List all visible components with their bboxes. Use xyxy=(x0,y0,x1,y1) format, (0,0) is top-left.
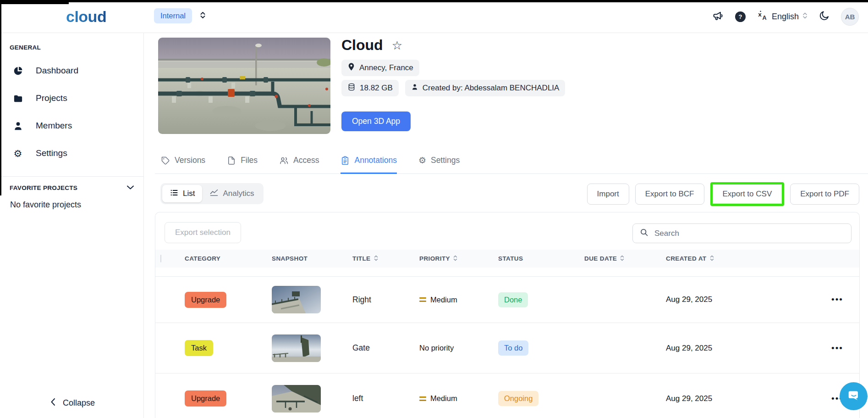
select-all-checkbox[interactable] xyxy=(160,255,161,262)
avatar: AB xyxy=(841,8,859,26)
workspace-badge[interactable]: Internal xyxy=(154,8,192,23)
tab-files[interactable]: Files xyxy=(227,151,258,174)
row-menu-button[interactable]: ••• xyxy=(831,343,843,353)
svg-text:A: A xyxy=(762,15,766,21)
tab-label: Settings xyxy=(431,156,460,165)
line-chart-icon xyxy=(209,188,219,200)
location-pin-icon xyxy=(347,62,355,73)
row-menu-button[interactable]: ••• xyxy=(831,295,843,305)
chevron-down-icon[interactable] xyxy=(126,184,134,191)
tab-settings[interactable]: ⚙ Settings xyxy=(418,151,460,174)
chat-bubble-icon xyxy=(845,387,863,406)
column-due-date[interactable]: DUE DATE xyxy=(584,255,666,263)
chat-widget-button[interactable] xyxy=(840,382,868,410)
search-input[interactable] xyxy=(654,229,845,238)
view-toggle: List Analytics xyxy=(160,183,264,204)
sort-icon[interactable] xyxy=(620,255,624,263)
project-tabs: Versions Files Access Annotations ⚙ Sett… xyxy=(155,151,868,174)
tab-label: Access xyxy=(293,156,319,165)
column-status: STATUS xyxy=(498,255,584,262)
export-toolbar: Import Export to BCF Export to CSV Expor… xyxy=(587,183,859,205)
tab-access[interactable]: Access xyxy=(279,151,319,174)
tab-label: Files xyxy=(241,156,258,165)
sidebar-item-label: Settings xyxy=(36,148,67,158)
pie-chart-icon xyxy=(12,66,23,76)
sidebar-divider xyxy=(0,176,143,177)
priority-cell: Medium xyxy=(419,394,498,403)
person-icon xyxy=(12,121,23,131)
dark-mode-toggle[interactable] xyxy=(819,10,830,23)
view-list-label: List xyxy=(183,189,195,198)
annotation-title: Gate xyxy=(352,343,419,353)
app-window: cloud Internal ? xA English xyxy=(0,0,868,418)
project-title: Cloud xyxy=(341,37,383,54)
category-badge: Upgrade xyxy=(185,292,226,308)
table-body: Upgrade Right Medium Done Aug 29, 2025 •… xyxy=(155,276,859,418)
sidebar-section-favorites[interactable]: FAVORITE PROJECTS xyxy=(10,184,134,191)
snapshot-thumbnail[interactable] xyxy=(272,334,321,362)
question-mark-icon: ? xyxy=(735,11,746,22)
view-analytics-label: Analytics xyxy=(223,189,254,198)
collapse-sidebar-button[interactable]: Collapse xyxy=(50,398,95,408)
export-selection-button[interactable]: Export selection xyxy=(165,222,241,243)
sidebar-item-members[interactable]: Members xyxy=(0,117,143,135)
sidebar-item-settings[interactable]: ⚙ Settings xyxy=(0,144,143,162)
screenshot-artifact xyxy=(0,0,868,2)
moon-icon xyxy=(819,10,830,23)
sidebar-item-dashboard[interactable]: Dashboard xyxy=(0,61,143,80)
tab-label: Annotations xyxy=(354,156,396,165)
export-pdf-button[interactable]: Export to PDF xyxy=(790,184,859,205)
export-csv-button[interactable]: Export to CSV xyxy=(713,184,782,204)
gear-icon: ⚙ xyxy=(418,156,426,165)
import-button[interactable]: Import xyxy=(587,184,629,205)
snapshot-thumbnail[interactable] xyxy=(272,286,321,313)
workspace-switcher[interactable]: Internal xyxy=(154,8,206,23)
announcements-button[interactable] xyxy=(712,10,724,23)
annotation-title: Right xyxy=(352,295,419,305)
sidebar-item-projects[interactable]: Projects xyxy=(0,89,143,107)
sort-icon[interactable] xyxy=(453,255,457,263)
app-logo[interactable]: cloud xyxy=(66,8,106,26)
language-selector[interactable]: xA English xyxy=(757,10,808,23)
screenshot-artifact xyxy=(0,0,1,195)
user-menu[interactable]: AB xyxy=(841,8,859,26)
status-badge: Done xyxy=(498,292,528,307)
star-icon[interactable]: ☆ xyxy=(392,39,402,51)
priority-medium-icon xyxy=(419,396,426,401)
folder-icon xyxy=(12,93,23,104)
project-header: Cloud ☆ Annecy, France 18.82 GB xyxy=(341,37,565,131)
search-icon xyxy=(639,228,649,239)
tab-versions[interactable]: Versions xyxy=(161,151,205,174)
priority-cell: No priority xyxy=(419,344,498,352)
column-title[interactable]: TITLE xyxy=(352,255,419,263)
sidebar-section-general: GENERAL xyxy=(10,44,41,51)
priority-cell: Medium xyxy=(419,295,498,304)
table-row[interactable]: Upgrade Right Medium Done Aug 29, 2025 •… xyxy=(155,276,859,323)
clipboard-icon xyxy=(341,156,350,167)
column-created-at[interactable]: CREATED AT xyxy=(666,255,815,263)
table-row[interactable]: Upgrade left Medium Ongoing Aug 29, 2025… xyxy=(155,373,859,418)
export-bcf-button[interactable]: Export to BCF xyxy=(635,184,704,205)
tab-label: Versions xyxy=(175,156,205,165)
tab-annotations[interactable]: Annotations xyxy=(341,151,396,174)
person-icon xyxy=(411,83,418,93)
sort-icon[interactable] xyxy=(710,255,714,263)
chevron-updown-icon xyxy=(802,11,808,22)
annotations-panel: Export selection CATEGORY SNAPSHOT TITLE… xyxy=(155,212,860,418)
view-list-button[interactable]: List xyxy=(162,185,202,202)
list-icon xyxy=(170,188,179,200)
database-icon xyxy=(347,83,356,94)
tag-icon xyxy=(161,156,170,167)
view-analytics-button[interactable]: Analytics xyxy=(202,185,261,202)
snapshot-thumbnail[interactable] xyxy=(272,385,321,412)
sort-icon[interactable] xyxy=(374,255,378,263)
category-badge: Task xyxy=(185,340,213,356)
open-3d-app-button[interactable]: Open 3D App xyxy=(341,111,411,131)
annotation-title: left xyxy=(352,394,419,403)
sidebar-item-label: Dashboard xyxy=(36,66,78,76)
chevron-updown-icon[interactable] xyxy=(200,11,206,22)
header-actions: ? xA English AB xyxy=(712,0,859,33)
help-button[interactable]: ? xyxy=(735,11,746,22)
table-row[interactable]: Task Gate No priority To do Aug 29, 2025… xyxy=(155,323,859,373)
column-priority[interactable]: PRIORITY xyxy=(419,255,498,263)
